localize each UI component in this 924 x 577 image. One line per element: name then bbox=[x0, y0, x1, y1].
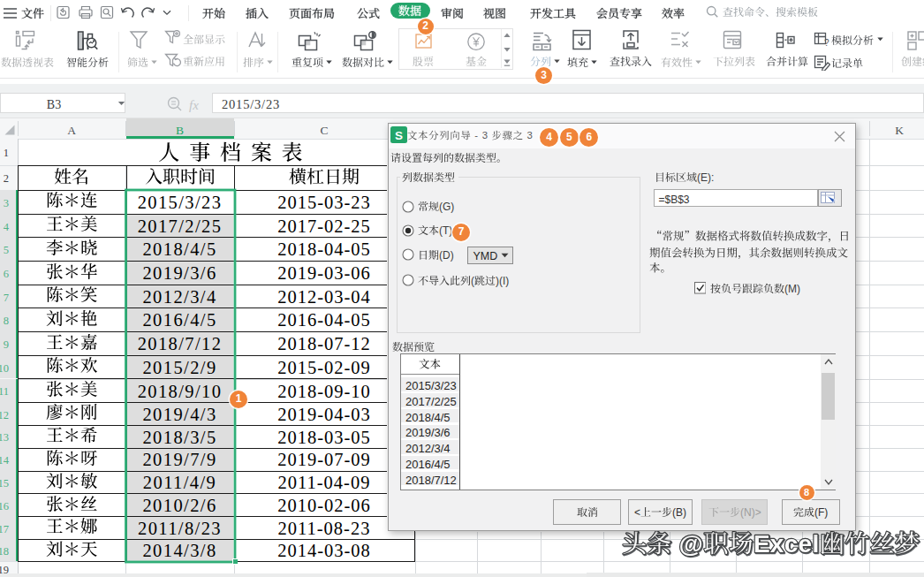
svg-text:?: ? bbox=[824, 38, 829, 48]
svg-text:Excel: Excel bbox=[754, 530, 820, 558]
svg-text:@: @ bbox=[672, 530, 704, 558]
svg-text:S: S bbox=[395, 128, 403, 141]
